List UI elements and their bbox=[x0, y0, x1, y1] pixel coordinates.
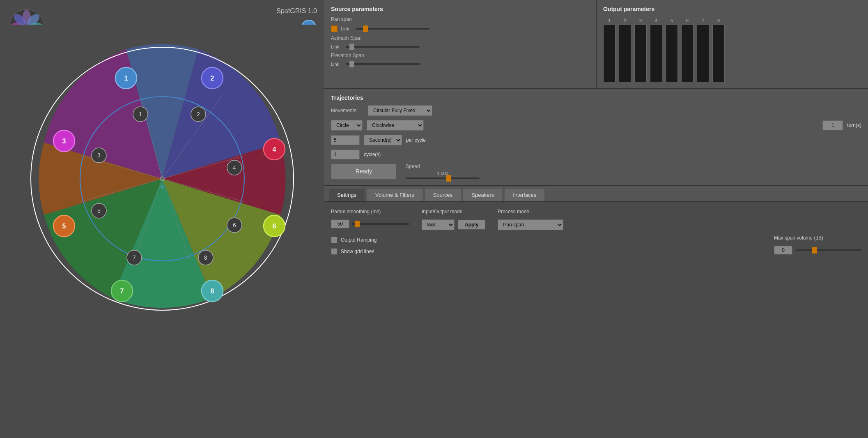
cycles-value-input[interactable] bbox=[331, 150, 360, 159]
ready-button[interactable]: Ready bbox=[331, 164, 397, 179]
param-smooth-thumb[interactable] bbox=[355, 221, 360, 227]
max-span-col: Max span volume (dB) bbox=[774, 235, 861, 255]
svg-text:3: 3 bbox=[97, 152, 101, 159]
meter-label-8: 8 bbox=[717, 18, 720, 23]
output-ramping-col: Output Ramping Show grid lines bbox=[331, 235, 377, 255]
azimuth-link-label: Link bbox=[331, 44, 342, 49]
meter-col-6: 6 bbox=[681, 18, 693, 82]
circular-visualizer[interactable]: 1 2 3 4 5 6 7 8 1 bbox=[8, 25, 316, 333]
svg-text:3: 3 bbox=[62, 138, 66, 145]
show-grid-checkbox[interactable] bbox=[331, 248, 338, 255]
max-span-control-row bbox=[774, 246, 861, 255]
cycles-label: cycle(s) bbox=[364, 152, 381, 157]
meter-bar-7 bbox=[697, 25, 709, 82]
param-smoothing-input[interactable] bbox=[331, 219, 349, 228]
meter-bar-1 bbox=[603, 25, 615, 82]
meter-bar-4 bbox=[650, 25, 662, 82]
duration-row: Second(s) Minute(s) Beat(s) per cycle bbox=[331, 135, 861, 145]
output-ramping-row: Output Ramping bbox=[331, 237, 377, 243]
meter-bar-6 bbox=[681, 25, 693, 82]
svg-text:8: 8 bbox=[211, 288, 214, 295]
speed-container: Speed 1.000 bbox=[406, 164, 480, 179]
meter-label-4: 4 bbox=[655, 18, 657, 23]
params-row: Source parameters Pan span Link Azimuth … bbox=[324, 0, 868, 89]
azimuth-slider[interactable] bbox=[346, 46, 420, 48]
meter-bar-3 bbox=[634, 25, 647, 82]
max-span-label: Max span volume (dB) bbox=[774, 235, 861, 241]
meter-label-1: 1 bbox=[608, 18, 611, 23]
turns-label: turn(s) bbox=[847, 122, 861, 128]
azimuth-span-label: Azimuth Span bbox=[331, 35, 372, 41]
meter-col-7: 7 bbox=[697, 18, 709, 82]
azimuth-control-row: Link bbox=[331, 44, 589, 49]
shape-direction-row: Circle Ellipse Square Clockwise Counter-… bbox=[331, 120, 861, 131]
meter-col-4: 4 bbox=[650, 18, 662, 82]
speed-slider[interactable] bbox=[406, 178, 480, 179]
duration-value-input[interactable] bbox=[331, 135, 360, 145]
ready-section: Ready Speed 1.000 bbox=[331, 164, 861, 179]
source-parameters: Source parameters Pan span Link Azimuth … bbox=[324, 0, 597, 88]
meter-bar-8 bbox=[712, 25, 725, 82]
elevation-slider[interactable] bbox=[346, 63, 420, 65]
tab-interfaces[interactable]: Interfaces bbox=[504, 188, 545, 201]
viz-svg: 1 2 3 4 5 6 7 8 1 bbox=[8, 25, 316, 333]
max-span-thumb[interactable] bbox=[812, 247, 817, 254]
meter-bar-5 bbox=[666, 25, 678, 82]
pan-span-label: Pan span bbox=[331, 16, 372, 22]
meter-col-8: 8 bbox=[712, 18, 725, 82]
output-meters: 1 2 3 4 5 bbox=[603, 16, 861, 82]
meter-col-3: 3 bbox=[634, 18, 647, 82]
svg-text:4: 4 bbox=[233, 164, 236, 171]
svg-text:4: 4 bbox=[273, 146, 276, 153]
speed-value: 1.000 bbox=[406, 171, 480, 176]
svg-text:6: 6 bbox=[233, 222, 236, 228]
apply-button[interactable]: Apply bbox=[458, 220, 485, 230]
process-mode-label: Process mode bbox=[498, 209, 563, 214]
max-span-slider[interactable] bbox=[796, 249, 861, 251]
param-smoothing-col: Param smoothing (ms) bbox=[331, 209, 409, 228]
pan-span-checkbox[interactable] bbox=[331, 25, 338, 32]
tabs-bar: Settings Volume & Filters Sources Speake… bbox=[324, 186, 868, 202]
io-mode-col: Input/Output mode 8x8 16x16 Apply bbox=[422, 209, 485, 230]
svg-text:1: 1 bbox=[124, 75, 128, 82]
pan-span-thumb[interactable] bbox=[363, 25, 368, 32]
output-ramping-checkbox[interactable] bbox=[331, 237, 338, 243]
movement-type-select[interactable]: Circular Fully Fixed Circular Fully Rand… bbox=[368, 105, 432, 116]
max-span-input[interactable] bbox=[774, 246, 792, 255]
tab-settings[interactable]: Settings bbox=[328, 188, 365, 201]
show-grid-row: Show grid lines bbox=[331, 248, 377, 255]
meter-label-2: 2 bbox=[624, 18, 626, 23]
tab-speakers[interactable]: Speakers bbox=[463, 188, 503, 201]
output-parameters: Output parameters 1 2 3 4 bbox=[597, 0, 868, 88]
svg-text:7: 7 bbox=[120, 288, 124, 295]
trajectories-title: Trajectories bbox=[331, 95, 861, 101]
process-mode-select[interactable]: Pan span Binaural Stereo bbox=[498, 219, 563, 230]
pan-span-slider[interactable] bbox=[356, 28, 429, 30]
meter-label-3: 3 bbox=[639, 18, 642, 23]
elevation-span-label: Elevation Span bbox=[331, 53, 372, 58]
per-cycle-label: per cycle bbox=[406, 137, 426, 143]
speed-thumb[interactable] bbox=[446, 175, 451, 182]
tab-sources[interactable]: Sources bbox=[425, 188, 462, 201]
direction-select[interactable]: Clockwise Counter-Clockwise bbox=[367, 120, 424, 131]
param-smooth-slider[interactable] bbox=[352, 223, 409, 225]
tab-volume-filters[interactable]: Volume & Filters bbox=[367, 188, 423, 201]
param-smoothing-label: Param smoothing (ms) bbox=[331, 209, 409, 214]
meter-label-5: 5 bbox=[671, 18, 673, 23]
svg-text:5: 5 bbox=[62, 223, 66, 230]
io-mode-select[interactable]: 8x8 16x16 bbox=[422, 219, 455, 230]
duration-unit-select[interactable]: Second(s) Minute(s) Beat(s) bbox=[364, 135, 402, 145]
show-grid-label: Show grid lines bbox=[341, 249, 374, 254]
svg-text:2: 2 bbox=[211, 75, 214, 82]
app-title: SpatGRIS 1.0 bbox=[276, 7, 317, 15]
visualization-panel: SpatGRIS 1.0 GRIS 1 bbox=[0, 0, 324, 438]
turns-input[interactable] bbox=[822, 120, 843, 130]
elevation-thumb[interactable] bbox=[349, 61, 354, 67]
elevation-span-row: Elevation Span bbox=[331, 53, 589, 58]
source-params-title: Source parameters bbox=[331, 6, 589, 12]
shape-select[interactable]: Circle Ellipse Square bbox=[331, 120, 363, 131]
svg-text:1: 1 bbox=[139, 111, 142, 118]
speed-label: Speed bbox=[406, 164, 480, 169]
meter-col-1: 1 bbox=[603, 18, 615, 82]
azimuth-thumb[interactable] bbox=[349, 44, 354, 50]
